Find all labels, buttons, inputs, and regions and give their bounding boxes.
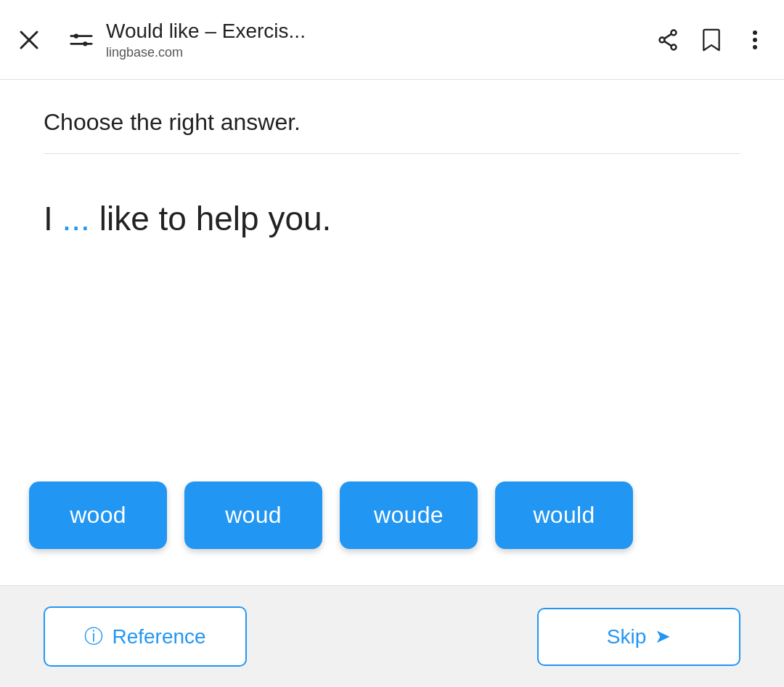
svg-point-14 (753, 38, 757, 42)
reference-icon: ⓘ (84, 624, 103, 649)
share-button[interactable] (650, 23, 685, 57)
answer-woud[interactable]: woud (184, 481, 322, 549)
toolbar-right (650, 23, 772, 57)
reference-button[interactable]: ⓘ Reference (44, 606, 247, 667)
instruction-text: Choose the right answer. (44, 109, 301, 135)
bottom-bar: ⓘ Reference Skip ➤ (0, 585, 784, 687)
svg-point-15 (753, 45, 757, 49)
more-options-button[interactable] (738, 23, 772, 57)
answers-section: wood woud woude would (0, 467, 784, 585)
answer-wood[interactable]: wood (29, 481, 167, 549)
toolbar-title: Would like – Exercis... lingbase.com (106, 19, 650, 60)
card-header: Choose the right answer. (0, 80, 784, 153)
page-subtitle: lingbase.com (106, 45, 183, 60)
skip-label: Skip (607, 625, 646, 649)
sentence-ellipsis: ... (62, 200, 90, 237)
sentence-before: I (44, 200, 53, 237)
answer-would[interactable]: would (495, 481, 633, 549)
svg-point-13 (753, 31, 757, 35)
exercise-card: Choose the right answer. I ... like to h… (0, 80, 784, 585)
filter-button[interactable] (64, 23, 99, 57)
close-button[interactable] (12, 23, 46, 57)
answer-woude[interactable]: woude (340, 481, 478, 549)
toolbar: Would like – Exercis... lingbase.com (0, 0, 784, 80)
reference-label: Reference (112, 625, 205, 649)
page-title: Would like – Exercis... (106, 19, 306, 44)
bookmark-button[interactable] (694, 23, 729, 57)
svg-line-12 (664, 41, 671, 45)
main-content: Choose the right answer. I ... like to h… (0, 80, 784, 585)
exercise-sentence: I ... like to help you. (44, 198, 740, 241)
skip-icon: ➤ (655, 625, 671, 648)
sentence-after: like to help you. (99, 200, 332, 237)
toolbar-left (12, 23, 99, 57)
sentence-section: I ... like to help you. (0, 154, 784, 467)
skip-button[interactable]: Skip ➤ (537, 608, 740, 666)
svg-line-11 (664, 33, 671, 38)
